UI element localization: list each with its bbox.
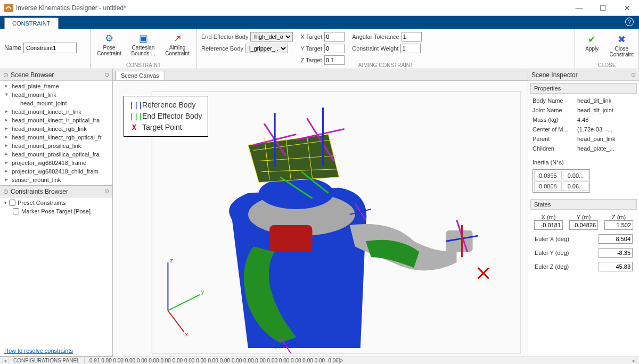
angular-tolerance-input[interactable] (402, 32, 422, 42)
x-target-input[interactable] (324, 32, 345, 42)
aiming-group-label: AIMING CONSTRAINT (197, 62, 575, 68)
pose-icon: ⚙ (103, 32, 116, 45)
tree-item[interactable]: projector_wg6802418_child_fram (0, 167, 112, 176)
tree-item[interactable]: head_mount_link (0, 90, 112, 99)
tree-item[interactable]: projector_wg6802418_frame (0, 159, 112, 167)
svg-text:x: x (185, 331, 189, 337)
tree-item[interactable]: head_mount_kinect_rgb_optical_fr (0, 133, 112, 142)
cartesian-bounds-button[interactable]: ▣ Cartesian Bounds ... (129, 31, 158, 56)
tree-item-leaf[interactable]: head_mount_joint (0, 99, 112, 107)
constraints-tree[interactable]: ▾ Preset Constraints Marker Pose Target … (0, 197, 112, 345)
svg-text:y: y (201, 288, 204, 295)
children-value: head_plate_... (577, 145, 635, 152)
svg-marker-5 (248, 134, 339, 182)
tree-item[interactable]: head_mount_kinect_rgb_link (0, 125, 112, 133)
footer-bar: |◂ CONFIGURATIONS PANEL -0.91 0.00 0.00 … (0, 357, 639, 364)
pose-constraint-button[interactable]: ⚙ Pose Constraint (95, 31, 124, 56)
constraint-group-label: CONSTRAINT (91, 62, 196, 68)
gear-icon[interactable]: ⊙ (104, 71, 109, 78)
gear-icon[interactable]: ⊙ (104, 188, 109, 195)
apply-button[interactable]: ✔ Apply (579, 32, 605, 57)
y-target-input[interactable] (324, 44, 345, 53)
com-value: (1.72e-03, -... (577, 126, 635, 133)
configurations-panel-label[interactable]: CONFIGURATIONS PANEL (9, 358, 85, 363)
close-icon: ✖ (615, 33, 628, 46)
aiming-icon: ↗ (171, 32, 184, 45)
close-constraint-button[interactable]: ✖ Close Constraint (609, 32, 635, 57)
configuration-values: -0.91 0.00 0.00 0.00 0.00 0.00 0.00 0.00… (85, 358, 347, 363)
state-x-input[interactable] (534, 220, 563, 230)
end-effector-label: End Effector Body (201, 34, 248, 40)
titlebar: Inverse Kinematics Designer - untitled* … (0, 0, 639, 16)
maximize-button[interactable]: ☐ (591, 0, 615, 16)
constraints-browser-header: ⊙ Constraints Browser ⊙ (0, 186, 112, 197)
constraint-item[interactable]: Marker Pose Target [Pose] (0, 207, 112, 216)
properties-section: Properties (530, 83, 637, 94)
svg-rect-4 (269, 225, 312, 252)
svg-line-28 (168, 295, 200, 311)
svg-rect-0 (4, 4, 13, 12)
mass-value: 4.48 (577, 117, 635, 123)
euler-y-input[interactable] (599, 248, 633, 258)
ribbon-tab-bar: CONSTRAINT ? (0, 16, 639, 29)
angular-tolerance-label: Angular Tolerance (352, 34, 399, 40)
scene-browser-tree[interactable]: head_plate_frame head_mount_link head_mo… (0, 81, 112, 185)
preset-constraints-row[interactable]: ▾ Preset Constraints (0, 198, 112, 207)
state-z-input[interactable] (604, 220, 633, 230)
reference-body-label: Reference Body (201, 45, 243, 52)
footer-left-arrow[interactable]: |◂ (0, 358, 9, 363)
name-label: Name (4, 44, 21, 52)
help-link[interactable]: How to resolve constraints (0, 345, 112, 356)
canvas-tab-bar: Scene Canvas (113, 69, 528, 81)
tree-item[interactable]: sensor_mount_link (0, 176, 112, 184)
y-target-label: Y Target (300, 45, 322, 52)
gear-icon[interactable]: ⊙ (631, 71, 636, 78)
svg-text:z: z (170, 257, 173, 263)
constraint-name-input[interactable] (23, 43, 77, 53)
window-title: Inverse Kinematics Designer - untitled* (16, 4, 567, 12)
state-y-input[interactable] (569, 220, 598, 230)
tree-item[interactable]: head_mount_prosilica_optical_fra (0, 150, 112, 159)
svg-line-30 (168, 311, 184, 332)
tree-item[interactable]: head_mount_kinect_ir_optical_fra (0, 116, 112, 125)
scene-canvas-tab[interactable]: Scene Canvas (115, 71, 165, 80)
scene-inspector-header: Scene Inspector ⊙ (528, 69, 639, 81)
app-icon (4, 4, 13, 12)
euler-x-input[interactable] (599, 234, 633, 244)
euler-z-input[interactable] (599, 262, 633, 271)
bounds-icon: ▣ (137, 32, 150, 45)
states-section: States (530, 199, 637, 210)
tree-item[interactable]: head_plate_frame (0, 82, 112, 90)
joint-name-value: head_tilt_joint (577, 107, 635, 113)
preset-checkbox[interactable] (9, 200, 15, 206)
x-target-label: X Target (300, 34, 322, 40)
end-effector-select[interactable]: high_def_o... (250, 32, 293, 42)
reference-body-select[interactable]: l_gripper_... (245, 44, 288, 53)
constraint-checkbox[interactable] (13, 208, 19, 214)
close-group-label: CLOSE (575, 62, 638, 68)
scene-canvas[interactable]: z y x |||Reference Body |||End Effector … (113, 81, 528, 357)
ribbon: Name ⚙ Pose Constraint ▣ Cartesian Bound… (0, 29, 639, 69)
parent-value: head_pan_link (577, 136, 635, 142)
tree-item[interactable]: head_mount_kinect_ir_link (0, 107, 112, 116)
close-window-button[interactable]: ✕ (615, 0, 639, 16)
aiming-constraint-button[interactable]: ↗ Aiming Constraint (163, 31, 192, 56)
scene-browser-header: ⊙ Scene Browser ⊙ (0, 69, 112, 81)
canvas-legend: |||Reference Body |||End Effector Body X… (124, 96, 208, 137)
body-name-value: head_tilt_link (577, 97, 635, 104)
constraint-weight-input[interactable] (400, 44, 421, 53)
tab-constraint[interactable]: CONSTRAINT (4, 18, 59, 29)
constraint-weight-label: Constraint Weight (352, 45, 398, 52)
tree-item[interactable]: head_mount_prosilica_link (0, 142, 112, 150)
help-icon[interactable]: ? (625, 18, 634, 26)
inertia-table: 0.03950.00... 0.00080.06... (532, 169, 590, 193)
check-icon: ✔ (586, 33, 599, 46)
minimize-button[interactable]: — (567, 0, 591, 16)
footer-right-arrow[interactable]: ▸| (630, 358, 639, 363)
